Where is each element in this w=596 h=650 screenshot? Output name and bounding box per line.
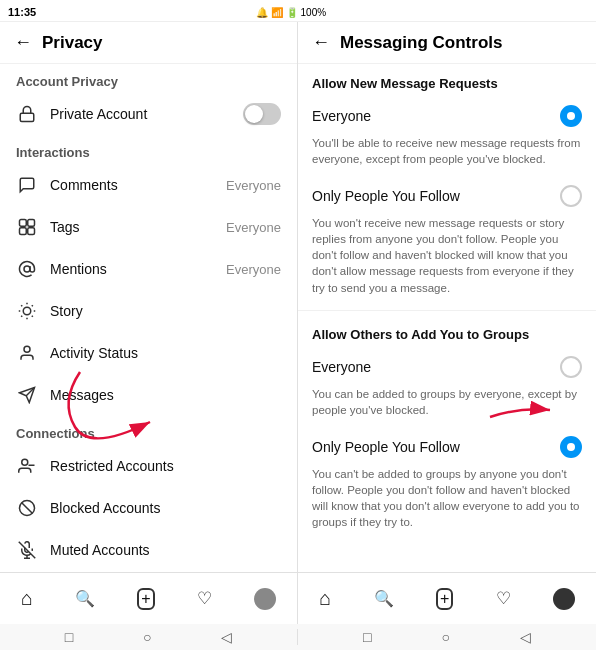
right-search-icon[interactable]: 🔍 — [374, 589, 394, 608]
left-status-icons: 🔔 📶 🔋 100% — [256, 7, 326, 18]
section-divider — [298, 310, 596, 311]
only-follow-groups-desc: You can't be added to groups by anyone y… — [298, 466, 596, 540]
accounts-you-follow-item[interactable]: Accounts You Follow — [0, 571, 297, 572]
left-header: ← Privacy — [0, 22, 297, 64]
comments-label: Comments — [50, 177, 118, 193]
muted-accounts-item[interactable]: Muted Accounts — [0, 529, 297, 571]
svg-rect-0 — [20, 113, 34, 121]
svg-rect-1 — [20, 220, 27, 227]
activity-status-item[interactable]: Activity Status — [0, 332, 297, 374]
only-follow-message-radio[interactable] — [560, 185, 582, 207]
everyone-groups-desc: You can be added to groups by everyone, … — [298, 386, 596, 428]
story-label: Story — [50, 303, 83, 319]
messages-icon — [16, 384, 38, 406]
everyone-message-option[interactable]: Everyone — [298, 97, 596, 135]
right-add-icon[interactable]: + — [436, 588, 453, 610]
account-privacy-section-title: Account Privacy — [0, 64, 297, 93]
left-panel: ← Privacy Account Privacy Private Accoun… — [0, 22, 298, 572]
svg-line-14 — [32, 305, 33, 306]
everyone-message-desc: You'll be able to receive new message re… — [298, 135, 596, 177]
left-panel-title: Privacy — [42, 33, 103, 53]
left-square-btn[interactable]: □ — [65, 629, 73, 645]
blocked-icon — [16, 497, 38, 519]
muted-icon — [16, 539, 38, 561]
svg-rect-3 — [20, 228, 27, 235]
mentions-item[interactable]: Mentions Everyone — [0, 248, 297, 290]
left-nav: ⌂ 🔍 + ♡ — [0, 573, 298, 624]
restricted-accounts-item[interactable]: Restricted Accounts — [0, 445, 297, 487]
left-search-icon[interactable]: 🔍 — [75, 589, 95, 608]
add-to-groups-title: Allow Others to Add You to Groups — [298, 315, 596, 348]
muted-label: Muted Accounts — [50, 542, 150, 558]
left-back-btn[interactable]: ◁ — [221, 629, 232, 645]
svg-line-13 — [21, 316, 22, 317]
right-panel-title: Messaging Controls — [340, 33, 502, 53]
tags-icon — [16, 216, 38, 238]
new-message-requests-title: Allow New Message Requests — [298, 64, 596, 97]
mentions-label: Mentions — [50, 261, 107, 277]
comments-value: Everyone — [226, 178, 281, 193]
lock-icon — [16, 103, 38, 125]
svg-line-21 — [22, 503, 33, 514]
left-add-icon[interactable]: + — [137, 588, 154, 610]
right-heart-icon[interactable]: ♡ — [496, 588, 511, 609]
right-profile-icon[interactable] — [553, 588, 575, 610]
left-status: 11:35 — [8, 3, 36, 21]
only-follow-message-option[interactable]: Only People You Follow — [298, 177, 596, 215]
bottom-nav: ⌂ 🔍 + ♡ ⌂ 🔍 + ♡ — [0, 572, 596, 624]
activity-status-label: Activity Status — [50, 345, 138, 361]
left-back-button[interactable]: ← — [14, 32, 32, 53]
right-header: ← Messaging Controls — [298, 22, 596, 64]
svg-rect-4 — [28, 228, 35, 235]
right-back-btn[interactable]: ◁ — [520, 629, 531, 645]
tags-value: Everyone — [226, 220, 281, 235]
tags-label: Tags — [50, 219, 80, 235]
restricted-icon — [16, 455, 38, 477]
right-square-btn[interactable]: □ — [363, 629, 371, 645]
activity-status-icon — [16, 342, 38, 364]
left-heart-icon[interactable]: ♡ — [197, 588, 212, 609]
private-account-label: Private Account — [50, 106, 147, 122]
right-nav: ⌂ 🔍 + ♡ — [298, 573, 596, 624]
connections-section-title: Connections — [0, 416, 297, 445]
right-back-button[interactable]: ← — [312, 32, 330, 53]
right-home-icon[interactable]: ⌂ — [319, 587, 331, 610]
messages-item[interactable]: Messages — [0, 374, 297, 416]
private-account-toggle[interactable] — [243, 103, 281, 125]
only-follow-message-desc: You won't receive new message requests o… — [298, 215, 596, 305]
left-time: 11:35 — [8, 6, 36, 18]
left-circle-btn[interactable]: ○ — [143, 629, 151, 645]
blocked-label: Blocked Accounts — [50, 500, 161, 516]
story-icon — [16, 300, 38, 322]
system-nav: □ ○ ◁ □ ○ ◁ — [0, 624, 596, 650]
interactions-section-title: Interactions — [0, 135, 297, 164]
only-follow-groups-label: Only People You Follow — [312, 439, 460, 455]
svg-point-5 — [24, 266, 30, 272]
blocked-accounts-item[interactable]: Blocked Accounts — [0, 487, 297, 529]
only-follow-groups-option[interactable]: Only People You Follow — [298, 428, 596, 466]
svg-line-9 — [21, 305, 22, 306]
left-profile-icon[interactable] — [254, 588, 276, 610]
svg-point-18 — [22, 459, 28, 465]
private-account-item[interactable]: Private Account — [0, 93, 297, 135]
everyone-message-label: Everyone — [312, 108, 371, 124]
everyone-groups-radio[interactable] — [560, 356, 582, 378]
everyone-groups-option[interactable]: Everyone — [298, 348, 596, 386]
status-bar: 11:35 🔔 📶 🔋 100% 🔔 📶 🔋 100% — [0, 0, 596, 22]
story-item[interactable]: Story — [0, 290, 297, 332]
only-follow-message-label: Only People You Follow — [312, 188, 460, 204]
svg-rect-2 — [28, 220, 35, 227]
mentions-icon — [16, 258, 38, 280]
messages-label: Messages — [50, 387, 114, 403]
right-panel: ← Messaging Controls Allow New Message R… — [298, 22, 596, 572]
tags-item[interactable]: Tags Everyone — [0, 206, 297, 248]
only-follow-groups-radio[interactable] — [560, 436, 582, 458]
left-home-icon[interactable]: ⌂ — [21, 587, 33, 610]
restricted-label: Restricted Accounts — [50, 458, 174, 474]
everyone-message-radio[interactable] — [560, 105, 582, 127]
comments-item[interactable]: Comments Everyone — [0, 164, 297, 206]
mentions-value: Everyone — [226, 262, 281, 277]
svg-line-10 — [32, 316, 33, 317]
everyone-groups-label: Everyone — [312, 359, 371, 375]
right-circle-btn[interactable]: ○ — [441, 629, 449, 645]
